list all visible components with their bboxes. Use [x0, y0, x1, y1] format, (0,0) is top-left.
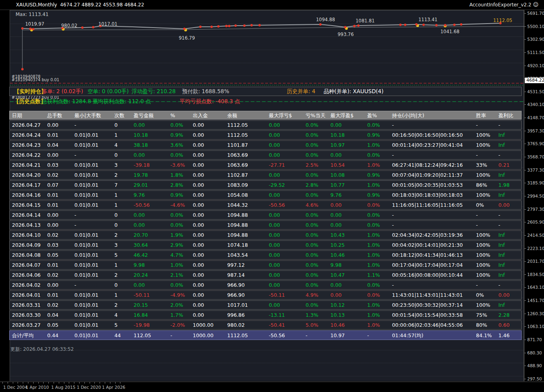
table-cell: -50.11	[134, 291, 170, 299]
table-row: 2026.04.100.020.01|0.01220.701.9%0.00109…	[9, 230, 522, 240]
time-tick	[69, 382, 69, 384]
long-positions-value: 多单: 2 (0.02手)	[42, 87, 83, 96]
table-cell: 1094.88	[227, 231, 269, 239]
table-cell: 1101.87	[227, 141, 269, 149]
table-cell: 0.00	[193, 121, 227, 129]
table-cell: -50.11	[269, 291, 306, 299]
avg-profit-points: 平均获利点数: 112.0 点	[92, 97, 151, 106]
table-cell: 2	[114, 301, 134, 309]
table-cell: 0.01	[47, 131, 74, 139]
table-cell: 4.9%	[306, 291, 330, 299]
table-row: 2026.03.270.050.01|0.015-19.98-2.0%1000.…	[9, 320, 522, 330]
table-row: 2026.03.310.020.01|0.01220.152.0%0.00101…	[9, 300, 522, 310]
table-cell: 0%	[476, 201, 498, 209]
table-cell: 1017.01	[227, 301, 269, 309]
price-tick-label: 3185.90	[527, 180, 544, 185]
table-cell: 75%	[476, 311, 498, 319]
table-cell: 0.01|0.01	[74, 251, 114, 259]
time-tick-label: 1 Apr 2010	[26, 385, 49, 390]
balance-point-label: 980.02	[61, 23, 77, 28]
table-cell: -	[476, 221, 498, 229]
table-cell: 100%	[476, 191, 498, 199]
table-cell: 1	[114, 131, 134, 139]
time-tick	[105, 382, 105, 384]
table-cell: 1.0%	[367, 231, 392, 239]
time-tick	[90, 382, 90, 384]
table-cell: Inf	[498, 271, 520, 279]
live-positions-tag: 【实时持仓】	[14, 87, 46, 96]
price-tick-label: 4340.10	[527, 102, 544, 107]
table-cell: 0.01|0.01	[74, 161, 114, 169]
table-cell: 2	[114, 271, 134, 279]
table-cell: 10.97	[330, 331, 367, 340]
table-header-cell: 盈亏金额	[134, 111, 170, 119]
table-cell: 0.0%	[306, 281, 330, 289]
table-cell: -	[74, 281, 114, 289]
table-cell: 2026.03.30	[12, 311, 47, 319]
table-cell: 0	[114, 281, 134, 289]
table-row: 2026.04.060.020.01|0.01220.242.1%0.00987…	[9, 270, 522, 280]
table-cell: 0.0%	[306, 241, 330, 249]
table-cell: 0.00	[269, 231, 306, 239]
table-cell: 2026.04.23	[12, 141, 47, 149]
table-cell: 1	[114, 201, 134, 209]
ea-status-icon[interactable]: ☺	[533, 2, 538, 8]
table-cell: 0.00	[193, 291, 227, 299]
balance-point-label: 1112.05	[493, 18, 512, 23]
table-cell: 0.00	[269, 271, 306, 279]
table-cell: -2.0%	[170, 321, 193, 329]
table-cell: -50.56	[269, 331, 306, 340]
table-cell: 0.01	[47, 191, 74, 199]
table-cell: 1.3%	[306, 311, 330, 319]
table-cell: 3.6%	[170, 141, 193, 149]
table-header-cell: 最大浮亏$	[269, 111, 306, 119]
table-cell: 0.00	[269, 151, 306, 159]
price-tick-label: 4531.50	[527, 89, 544, 94]
table-cell: 44	[114, 331, 134, 340]
table-cell: 0.01|0.01	[74, 141, 114, 149]
table-cell: 0	[114, 151, 134, 159]
table-cell: -39.18	[134, 161, 170, 169]
price-tick-label: 3765.90	[527, 141, 544, 146]
margin-level-value: 预付款: 1688.58%	[182, 87, 229, 96]
table-cell: 0.01|0.01	[74, 321, 114, 329]
price-tick-label: 2223.10	[527, 246, 544, 251]
table-cell: 0.02	[47, 271, 74, 279]
table-row: 2026.04.230.040.01|0.01438.183.6%0.00110…	[9, 140, 522, 150]
table-cell: 0.01|0.01	[74, 331, 114, 340]
price-tick-label: 1451.70	[527, 298, 544, 303]
table-cell: 10.46	[330, 251, 367, 259]
table-cell: 0.00	[193, 301, 227, 309]
history-points-tag: 【历史点数】	[14, 97, 46, 106]
table-cell: -	[476, 281, 498, 289]
table-cell: 20.70	[134, 231, 170, 239]
table-header-cell: 总手数	[47, 111, 74, 119]
table-cell: -	[74, 151, 114, 159]
table-cell: 00:01:14|00:23:27|00:41:04	[392, 141, 476, 149]
table-cell: -27.71	[269, 161, 306, 169]
time-axis[interactable]: 1 Dec 20041 Apr 20101 Aug 20151 Dec 2020…	[0, 382, 544, 392]
price-tick-label: 1834.50	[527, 272, 544, 277]
table-cell: 10.08	[330, 171, 367, 179]
table-cell: Inf	[498, 301, 520, 309]
table-cell: 980.02	[227, 321, 269, 329]
table-cell: 0.01|0.01	[74, 201, 114, 209]
table-cell: 3	[114, 241, 134, 249]
table-cell: 100%	[476, 241, 498, 249]
time-tick	[8, 382, 8, 384]
table-cell: 1063.69	[227, 161, 269, 169]
time-tick	[64, 382, 64, 384]
table-cell: 80%	[476, 321, 498, 329]
table-cell: 00:23:50|00:30:32|00:37:14	[392, 301, 476, 309]
table-cell: 0.0%	[367, 151, 392, 159]
table-cell: 20.15	[134, 301, 170, 309]
table-cell: 0.02	[47, 171, 74, 179]
table-cell: -	[498, 281, 520, 289]
price-axis[interactable]: 4684.22 5691.705500.105302.905111.504920…	[524, 10, 544, 381]
chart-plot-area[interactable]: Max: 1113.41 1019.97980.021017.01916.791…	[10, 10, 524, 381]
table-cell: 1000.00	[193, 331, 227, 340]
table-cell: 0.00	[47, 121, 74, 129]
table-header-row: 日期总手数最小|大手数次数盈亏金额%出入金余额最大浮亏$亏%当天最大浮盈$盈%持…	[9, 111, 522, 120]
floating-pnl-value: 浮动盈亏: 210.28	[132, 87, 176, 96]
price-tick-label: 2031.70	[527, 259, 544, 264]
